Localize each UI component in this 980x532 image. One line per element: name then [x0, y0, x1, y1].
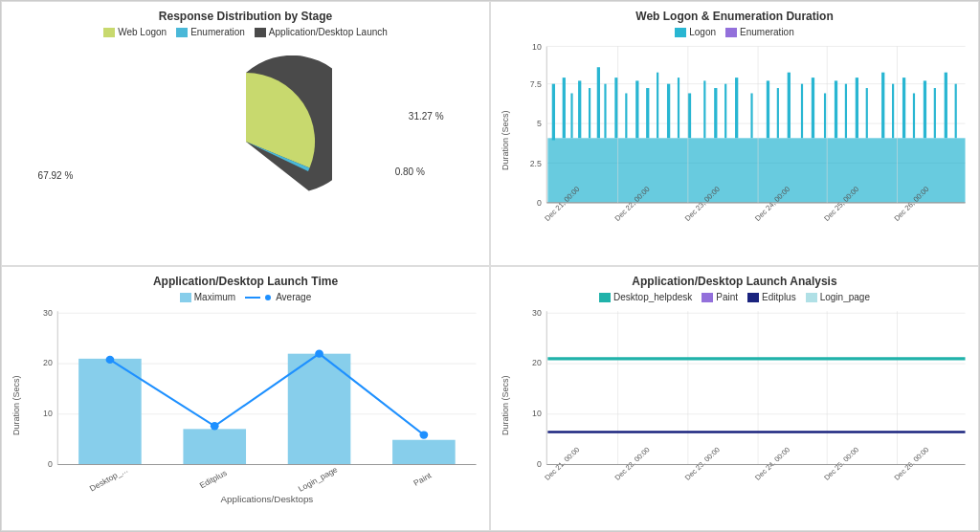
svg-rect-20	[625, 93, 627, 138]
pie-chart-panel: Response Distribution by Stage Web Logon…	[1, 1, 490, 266]
svg-rect-47	[934, 88, 936, 138]
loginpage-label: Login_page	[820, 292, 870, 302]
desktop-helpdesk-label: Desktop_helpdesk	[613, 292, 692, 302]
svg-text:Desktop_...: Desktop_...	[88, 465, 129, 493]
svg-rect-12	[552, 84, 555, 141]
logon-duration-legend: Logon Enumeration	[499, 27, 970, 37]
lt-y-axis-label: Duration (Secs)	[10, 306, 21, 504]
svg-rect-27	[703, 80, 705, 138]
svg-text:Paint: Paint	[412, 470, 434, 487]
logon-chart-wrapper: Duration (Secs) 0 2.5 5 7.5 10	[499, 41, 970, 239]
svg-text:Dec 22, 00:00: Dec 22, 00:00	[613, 446, 652, 482]
svg-rect-48	[945, 73, 947, 139]
pie-svg	[160, 55, 332, 228]
launch-time-legend: Maximum Average	[10, 292, 481, 302]
logon-label: Logon	[689, 27, 716, 37]
svg-rect-23	[657, 73, 658, 139]
lt-legend-avg: Average	[245, 292, 311, 302]
lt-legend-max: Maximum	[180, 292, 235, 302]
launch-analysis-chart-wrapper: Duration (Secs) 0 10 20 30	[499, 306, 970, 504]
svg-rect-19	[614, 78, 617, 138]
svg-rect-39	[845, 84, 847, 139]
svg-text:Applications/Desktops: Applications/Desktops	[221, 494, 314, 504]
max-label: Maximum	[194, 292, 235, 302]
launch-time-title: Application/Desktop Launch Time	[10, 275, 481, 288]
editplus-color	[747, 293, 759, 302]
svg-rect-34	[788, 73, 791, 139]
svg-rect-32	[767, 80, 769, 138]
svg-rect-45	[913, 93, 915, 138]
avg-dot-editplus	[211, 422, 219, 430]
weblogon-label: Web Logon	[118, 27, 167, 37]
paint-label: Paint	[716, 292, 738, 302]
svg-rect-31	[750, 93, 752, 138]
svg-rect-49	[955, 84, 957, 139]
pie-legend-weblogon: Web Logon	[103, 27, 167, 37]
max-color	[180, 293, 191, 302]
paint-color	[702, 293, 713, 302]
enum-color	[725, 28, 737, 37]
launch-time-chart-wrapper: Duration (Secs) 0 10 20 30	[10, 306, 481, 504]
svg-text:30: 30	[43, 309, 53, 319]
avg-label: Average	[276, 292, 311, 302]
logon-duration-panel: Web Logon & Enumeration Duration Logon E…	[490, 1, 979, 266]
svg-rect-24	[667, 84, 670, 139]
svg-rect-38	[835, 80, 837, 138]
svg-rect-44	[902, 78, 905, 138]
svg-text:20: 20	[43, 358, 53, 367]
launch-time-svg: 0 10 20 30	[21, 306, 481, 504]
pie-label-appdesktop: 67.92 %	[38, 170, 74, 181]
la-legend-loginpage: Login_page	[806, 292, 870, 302]
svg-text:0: 0	[48, 459, 53, 469]
logon-legend-logon: Logon	[675, 27, 716, 37]
svg-rect-46	[924, 80, 926, 138]
svg-text:Dec 25, 00:00: Dec 25, 00:00	[822, 446, 860, 482]
svg-rect-36	[812, 78, 814, 138]
svg-rect-18	[604, 84, 606, 139]
svg-rect-22	[646, 88, 649, 138]
weblogon-color	[103, 28, 115, 37]
svg-text:7.5: 7.5	[530, 79, 542, 89]
editplus-label: Editplus	[762, 292, 796, 302]
launch-analysis-panel: Application/Desktop Launch Analysis Desk…	[490, 266, 979, 531]
svg-text:10: 10	[532, 42, 542, 52]
pie-container: 31.27 % 0.80 % 67.92 %	[10, 41, 481, 241]
svg-text:Login_page: Login_page	[297, 465, 340, 494]
launch-analysis-title: Application/Desktop Launch Analysis	[499, 275, 970, 288]
la-legend-editplus: Editplus	[747, 292, 796, 302]
avg-dot-desktop	[106, 356, 115, 364]
svg-text:Dec 24, 00:00: Dec 24, 00:00	[753, 446, 791, 482]
svg-rect-26	[688, 93, 691, 138]
svg-text:10: 10	[532, 409, 542, 418]
svg-rect-37	[824, 93, 826, 138]
pie-legend-appdesktop: Application/Desktop Launch	[255, 27, 388, 37]
svg-text:5: 5	[537, 119, 542, 128]
pie-label-weblogon: 31.27 %	[409, 111, 444, 122]
dashboard: Response Distribution by Stage Web Logon…	[0, 0, 980, 532]
svg-text:30: 30	[532, 309, 542, 319]
svg-text:10: 10	[43, 409, 53, 418]
svg-text:20: 20	[532, 358, 542, 367]
la-legend-paint: Paint	[702, 292, 738, 302]
avg-dot-paint	[420, 431, 429, 438]
avg-dot-login	[315, 350, 323, 358]
svg-text:2.5: 2.5	[530, 159, 542, 168]
loginpage-color	[806, 293, 817, 302]
svg-rect-41	[866, 88, 868, 138]
svg-rect-15	[578, 80, 581, 138]
svg-rect-14	[570, 93, 572, 138]
avg-line	[110, 354, 424, 435]
pie-chart-title: Response Distribution by Stage	[10, 10, 481, 23]
svg-rect-42	[881, 73, 884, 139]
appdesktop-color	[255, 28, 266, 37]
svg-rect-25	[678, 78, 679, 138]
svg-rect-21	[635, 80, 638, 138]
logon-y-axis-label: Duration (Secs)	[499, 41, 510, 239]
svg-rect-16	[589, 88, 590, 138]
svg-rect-28	[714, 88, 717, 138]
bar-paint	[392, 440, 456, 465]
svg-rect-17	[597, 67, 600, 138]
svg-text:0: 0	[537, 198, 542, 208]
bar-editplus	[183, 429, 246, 464]
enumeration-color	[176, 28, 188, 37]
